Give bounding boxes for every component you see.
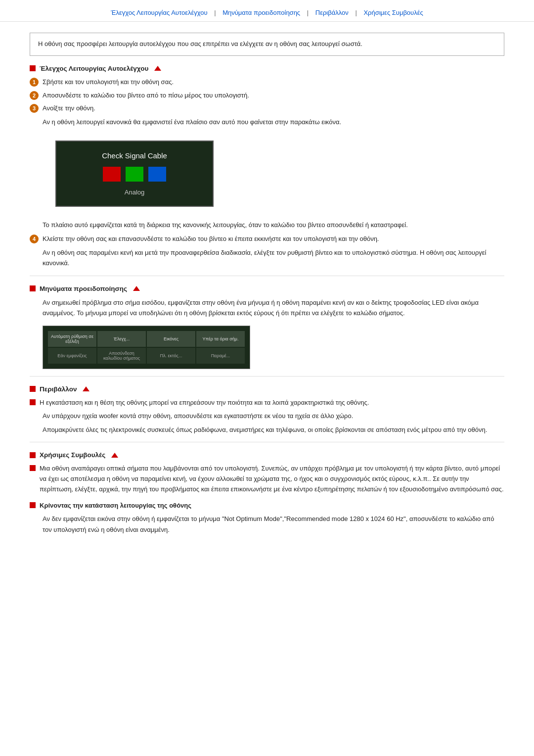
- warn-cell-8: Παρα­μέ...: [196, 348, 245, 364]
- section3-header: Περιβάλλον: [30, 385, 504, 393]
- step-2: 2 Αποσυνδέστε το καλώδιο του βίντεο από …: [30, 91, 504, 101]
- square-green: [126, 167, 143, 182]
- section3-bullet1: Η εγκατάσταση και η θέση της οθόνης μπορ…: [30, 398, 504, 408]
- section1-para2: Το πλαίσιο αυτό εμφανίζεται κατά τη διάρ…: [43, 220, 504, 230]
- main-content: Έλεγχος Λειτουργίας Αυτοελέγχου 1 Σβήστε…: [0, 65, 534, 558]
- step-1: 1 Σβήστε και τον υπολογιστή και την οθόν…: [30, 77, 504, 88]
- section1-triangle-icon: [154, 66, 161, 71]
- section3-icon: [30, 386, 36, 392]
- step-4: 4 Κλείστε την οθόνη σας και επανασυνδέστ…: [30, 234, 504, 244]
- nav-separator-2: |: [307, 9, 311, 16]
- section3-para1: Η εγκατάσταση και η θέση της οθόνης μπορ…: [40, 398, 504, 408]
- section4-bullet1-text: Μια οθόνη αναπάραγει οπτικά σήματα που λ…: [40, 464, 504, 494]
- step-1-number: 1: [30, 78, 39, 87]
- step-4-number: 4: [30, 235, 39, 243]
- section1-header: Έλεγχος Λειτουργίας Αυτοελέγχου: [30, 65, 504, 72]
- signal-cable-title: Check Signal Cable: [71, 151, 198, 160]
- section3-title: Περιβάλλον: [40, 385, 77, 393]
- step-3-text: Ανοίξτε την οθόνη.: [43, 103, 504, 114]
- nav-link-environment[interactable]: Περιβάλλον: [315, 9, 349, 16]
- section4-bullet1: Μια οθόνη αναπάραγει οπτικά σήματα που λ…: [30, 464, 504, 494]
- nav-link-selftest[interactable]: Έλεγχος Λειτουργίας Αυτοελέγχου: [111, 9, 207, 16]
- intro-text: Η οθόνη σας προσφέρει λειτουργία αυτοελέ…: [38, 40, 362, 47]
- nav-link-tips[interactable]: Χρήσιμες Συμβουλές: [363, 9, 423, 16]
- warning-grid-row1: Αυτόματη ρύθμιση σε εξέλιξη Έλεγχ... Εικ…: [48, 331, 245, 347]
- section2-triangle-icon: [133, 286, 140, 291]
- step-3: 3 Ανοίξτε την οθόνη.: [30, 103, 504, 114]
- section2-header: Μηνύματα προειδοποίησης: [30, 285, 504, 292]
- signal-cable-box: Check Signal Cable Analog: [55, 141, 214, 207]
- section3-triangle-icon: [83, 386, 89, 391]
- warn-cell-6: Αποσύνδεση καλωδίου σήματος: [97, 348, 146, 364]
- divider-1: [30, 276, 504, 276]
- signal-cable-container: Check Signal Cable Analog: [43, 134, 504, 214]
- step-2-text: Αποσυνδέστε το καλώδιο του βίντεο από το…: [43, 91, 504, 101]
- square-blue: [148, 167, 166, 182]
- section2-icon: [30, 285, 36, 291]
- signal-squares: [71, 167, 198, 182]
- top-navigation: Έλεγχος Λειτουργίας Αυτοελέγχου | Μηνύμα…: [0, 0, 534, 22]
- warn-cell-2: Έλεγχ...: [97, 331, 146, 347]
- warn-cell-1: Αυτόματη ρύθμιση σε εξέλιξη: [48, 331, 96, 347]
- divider-2: [30, 376, 504, 377]
- nav-link-warnings[interactable]: Μηνύματα προειδοποίησης: [222, 9, 300, 16]
- section4-triangle-icon: [111, 453, 118, 458]
- section4-icon: [30, 452, 36, 458]
- section4-bullet2: Κρίνοντας την κατάσταση λειτουργίας της …: [30, 501, 504, 511]
- nav-separator-3: |: [355, 9, 358, 16]
- section2-para1: Αν σημειωθεί πρόβλημα στο σήμα εισόδου, …: [43, 297, 504, 319]
- section3-sub1: Αν υπάρχουν ηχεία woofer κοντά στην οθόν…: [43, 411, 504, 421]
- section4-bullet1-icon: [30, 465, 36, 471]
- section4-bullet2-body: Αν δεν εμφανίζεται εικόνα στην οθόνη ή ε…: [43, 514, 504, 535]
- step-2-number: 2: [30, 91, 39, 100]
- step-1-text: Σβήστε και τον υπολογιστή και την οθόνη …: [43, 77, 504, 88]
- section2-title: Μηνύματα προειδοποίησης: [40, 285, 127, 292]
- section4-bullet2-title-text: Κρίνοντας την κατάσταση λειτουργίας της …: [40, 502, 191, 509]
- warn-cell-5: Εάν εμφανίζεις: [48, 348, 96, 364]
- section1-para3: Αν η οθόνη σας παραμένει κενή και μετά τ…: [43, 247, 504, 269]
- nav-separator-1: |: [214, 9, 218, 16]
- warn-cell-7: Πλ. εκτός...: [147, 348, 195, 364]
- warn-cell-3: Εικόνες: [147, 331, 195, 347]
- divider-3: [30, 442, 504, 442]
- section4-bullet2-icon: [30, 502, 36, 508]
- section4-header: Χρήσιμες Συμβουλές: [30, 451, 504, 459]
- section3-bullet1-icon: [30, 399, 36, 405]
- warning-grid-row2: Εάν εμφανίζεις Αποσύνδεση καλωδίου σήματ…: [48, 348, 245, 364]
- signal-analog-label: Analog: [71, 189, 198, 196]
- section1-title: Έλεγχος Λειτουργίας Αυτοελέγχου: [40, 65, 148, 72]
- warn-cell-4: Υπέρ τα όρια σήμ.: [196, 331, 245, 347]
- step-4-text: Κλείστε την οθόνη σας και επανασυνδέστε …: [43, 234, 504, 244]
- section1-icon: [30, 65, 36, 71]
- section4-bullet2-title: Κρίνοντας την κατάσταση λειτουργίας της …: [40, 501, 504, 511]
- square-red: [103, 167, 121, 182]
- step-3-number: 3: [30, 104, 39, 113]
- section1-para1: Αν η οθόνη λειτουργεί κανονικά θα εμφανι…: [43, 117, 504, 127]
- section4-title: Χρήσιμες Συμβουλές: [40, 451, 105, 459]
- intro-box: Η οθόνη σας προσφέρει λειτουργία αυτοελέ…: [30, 33, 504, 56]
- section3-sub2: Απομακρύνετε όλες τις ηλεκτρονικές συσκε…: [43, 425, 504, 435]
- warning-image-box: Αυτόματη ρύθμιση σε εξέλιξη Έλεγχ... Εικ…: [43, 326, 250, 369]
